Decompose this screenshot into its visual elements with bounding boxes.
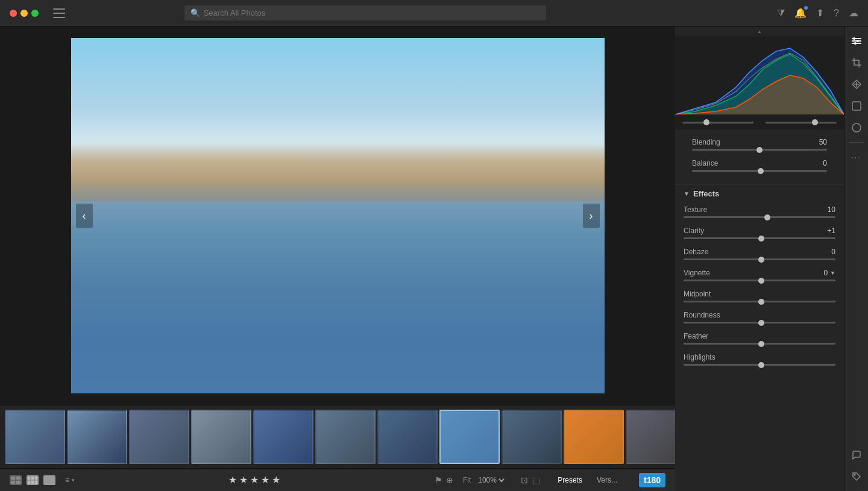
star-3[interactable]: ★ xyxy=(250,474,259,486)
highlights-slider[interactable] xyxy=(684,364,835,366)
square-view-button[interactable] xyxy=(27,475,39,485)
masking-tool-button[interactable] xyxy=(847,96,866,116)
midpoint-thumb[interactable] xyxy=(758,299,764,305)
tag-button[interactable] xyxy=(847,467,866,486)
view-mode-buttons xyxy=(10,475,55,485)
vignette-slider[interactable] xyxy=(684,280,835,281)
single-view-button[interactable] xyxy=(43,475,55,485)
filmstrip-thumb-10[interactable] xyxy=(564,410,624,464)
versions-tab[interactable]: Vers... xyxy=(590,474,624,487)
vignette-dropdown-icon[interactable]: ▼ xyxy=(830,270,835,276)
dehaze-slider[interactable] xyxy=(684,258,835,260)
edit-panel: ▼ Effects Texture 10 Clarity +1 xyxy=(675,184,844,491)
clarity-value: +1 xyxy=(827,227,835,235)
search-icon: 🔍 xyxy=(190,8,200,17)
roundness-slider[interactable] xyxy=(684,322,835,324)
search-input[interactable] xyxy=(184,5,546,20)
star-4[interactable]: ★ xyxy=(261,474,269,486)
reject-button[interactable]: ⊕ xyxy=(446,475,453,485)
grid-view-button[interactable] xyxy=(10,475,22,485)
blending-thumb[interactable] xyxy=(756,147,763,153)
texture-slider[interactable] xyxy=(684,216,835,218)
layout-icon[interactable]: ⬚ xyxy=(533,475,541,485)
feather-row: Feather xyxy=(675,330,844,351)
filmstrip-thumb-9[interactable] xyxy=(502,410,562,464)
vignette-thumb[interactable] xyxy=(758,278,764,284)
scroll-up-button[interactable]: ▲ xyxy=(675,27,844,36)
blending-slider[interactable] xyxy=(692,149,827,151)
adjustments-tool-button[interactable] xyxy=(847,31,866,51)
histogram-sliders xyxy=(675,115,844,130)
histogram-area xyxy=(675,36,844,130)
next-photo-button[interactable]: › xyxy=(583,204,600,228)
sidebar-toggle-button[interactable] xyxy=(53,8,65,18)
bottom-bar: ≡ ▾ ★ ★ ★ ★ ★ ⚑ ⊕ Fit 100% 50% 200% F xyxy=(0,468,675,491)
notification-icon[interactable]: 🔔 xyxy=(794,7,807,19)
blending-value: 50 xyxy=(819,138,827,146)
fit-label: Fit xyxy=(463,476,471,484)
filmstrip-thumb-selected[interactable] xyxy=(439,410,500,464)
clarity-thumb[interactable] xyxy=(758,236,764,242)
share-icon[interactable]: ⬆ xyxy=(816,7,824,19)
filmstrip-thumb-4[interactable] xyxy=(191,410,251,464)
presets-tab[interactable]: Presets xyxy=(550,474,590,487)
filmstrip-thumb-7[interactable] xyxy=(377,410,438,464)
filter-icon[interactable]: ⧩ xyxy=(777,8,785,19)
clarity-slider[interactable] xyxy=(684,237,835,239)
crop-tool-button[interactable] xyxy=(847,53,866,72)
vignette-label: Vignette xyxy=(684,269,710,277)
vertical-toolbar: ··· xyxy=(844,27,868,491)
sort-button[interactable]: ≡ ▾ xyxy=(65,476,75,484)
filmstrip-thumb-1[interactable] xyxy=(5,410,65,464)
histogram-black-thumb[interactable] xyxy=(703,119,709,125)
blending-row: Blending 50 xyxy=(684,136,835,157)
balance-label: Balance xyxy=(692,159,718,167)
texture-value: 10 xyxy=(828,205,835,214)
midpoint-slider[interactable] xyxy=(684,301,835,302)
filmstrip-thumb-11[interactable] xyxy=(626,410,675,464)
maximize-button[interactable] xyxy=(31,10,39,17)
dehaze-thumb[interactable] xyxy=(758,257,764,263)
highlights-thumb[interactable] xyxy=(758,362,764,368)
healing-tool-button[interactable] xyxy=(847,75,866,94)
filmstrip-thumb-2[interactable] xyxy=(67,410,127,464)
zoom-select[interactable]: 100% 50% 200% Fit xyxy=(476,475,506,485)
fit-zoom-controls: Fit 100% 50% 200% Fit xyxy=(463,475,506,485)
more-tools-button[interactable]: ··· xyxy=(847,148,866,167)
roundness-thumb[interactable] xyxy=(758,320,764,326)
prev-photo-button[interactable]: ‹ xyxy=(76,204,93,228)
compare-icon[interactable]: ⊡ xyxy=(521,475,528,485)
toolbar-divider xyxy=(849,142,864,143)
star-2[interactable]: ★ xyxy=(239,474,248,486)
midpoint-row: Midpoint xyxy=(675,287,844,308)
close-button[interactable] xyxy=(10,10,17,17)
histogram-white-thumb[interactable] xyxy=(812,119,818,125)
clarity-label: Clarity xyxy=(684,227,704,235)
feather-slider[interactable] xyxy=(684,343,835,345)
filmstrip xyxy=(0,405,675,468)
effects-section-header[interactable]: ▼ Effects xyxy=(675,184,844,203)
cloud-icon[interactable]: ☁ xyxy=(849,7,858,19)
star-5[interactable]: ★ xyxy=(272,474,280,486)
histogram-white-slider[interactable] xyxy=(766,122,837,124)
comment-button[interactable] xyxy=(847,445,866,464)
vignette-right: 0 ▼ xyxy=(823,269,835,277)
filmstrip-thumb-5[interactable] xyxy=(253,410,313,464)
histogram-black-slider[interactable] xyxy=(682,122,753,124)
texture-thumb[interactable] xyxy=(764,214,770,220)
top-bar-actions: ⧩ 🔔 ⬆ ? ☁ xyxy=(777,7,858,19)
balance-row: Balance 0 xyxy=(684,157,835,178)
balance-slider[interactable] xyxy=(692,170,827,172)
minimize-button[interactable] xyxy=(20,10,28,17)
radial-filter-button[interactable] xyxy=(847,118,866,137)
flag-buttons: ⚑ ⊕ xyxy=(435,475,453,485)
help-icon[interactable]: ? xyxy=(834,8,839,19)
balance-thumb[interactable] xyxy=(758,168,764,174)
star-1[interactable]: ★ xyxy=(228,474,237,486)
feather-thumb[interactable] xyxy=(758,341,764,347)
filmstrip-thumb-3[interactable] xyxy=(129,410,189,464)
flag-button[interactable]: ⚑ xyxy=(435,475,442,485)
svg-point-6 xyxy=(854,42,857,45)
filmstrip-thumb-6[interactable] xyxy=(315,410,376,464)
balance-value: 0 xyxy=(823,159,827,167)
